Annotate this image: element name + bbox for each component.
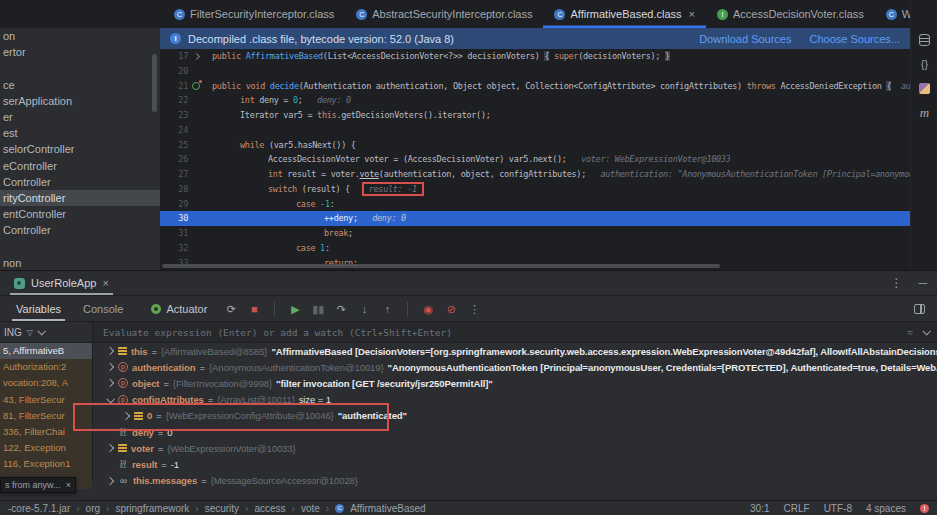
line-number[interactable]: 21 — [178, 79, 188, 94]
frames-filter-popup[interactable]: s from anyw... × — [0, 477, 76, 493]
frame-row[interactable]: 122, Exception — [0, 440, 92, 456]
close-icon[interactable]: × — [102, 277, 108, 289]
line-number[interactable]: 30 — [178, 211, 188, 226]
editor-line[interactable]: 22int deny = 0; deny: 0 — [160, 93, 910, 108]
editor-line[interactable]: 28switch (result) { result: -1 — [160, 182, 910, 197]
line-number[interactable]: 24 — [178, 123, 188, 138]
maven-icon[interactable]: m — [920, 107, 929, 118]
code-line[interactable]: int deny = 0; deny: 0 — [206, 93, 351, 108]
editor-line[interactable]: 25while (var5.hasNext()) { — [160, 138, 910, 153]
debug-more-icon[interactable]: ⋮ — [890, 276, 902, 290]
project-tree-item[interactable]: selorController — [0, 141, 160, 157]
code-line[interactable]: case -1: — [206, 197, 335, 212]
code-line[interactable]: Iterator var5 = this.getDecisionVoters()… — [206, 108, 491, 123]
run-config-tab[interactable]: UserRoleApp × — [10, 271, 113, 295]
gutter[interactable]: 22 — [160, 93, 206, 108]
line-number[interactable]: 20 — [178, 64, 188, 79]
error-indicator-icon[interactable]: ! — [920, 504, 929, 513]
code-line[interactable]: while (var5.hasNext()) { — [206, 138, 356, 153]
project-tree-item[interactable]: on — [0, 28, 160, 44]
project-tree-item[interactable] — [0, 238, 160, 254]
mute-breakpoints-icon[interactable]: ⊘ — [443, 301, 459, 317]
breadcrumb-item[interactable]: vote — [301, 503, 320, 514]
editor-line[interactable]: 31break; — [160, 226, 910, 241]
gradle-package-icon[interactable] — [919, 83, 930, 94]
resume-icon[interactable]: ▶ — [287, 301, 303, 317]
actuator-tab[interactable]: Actuator — [151, 303, 207, 315]
variable-row-authentication[interactable]: pauthentication={AnonymousAuthentication… — [93, 359, 937, 375]
close-icon[interactable]: × — [66, 480, 71, 490]
code-line[interactable]: public AffirmativeBased(List<AccessDecis… — [206, 49, 670, 64]
project-tree-item[interactable]: entController — [0, 206, 160, 222]
editor-line[interactable]: 30++deny; deny: 0 — [160, 211, 910, 226]
tab-variables[interactable]: Variables — [12, 296, 65, 321]
project-tree-item[interactable]: rityController — [0, 190, 160, 206]
code-editor[interactable]: 17public AffirmativeBased(List<AccessDec… — [160, 49, 910, 270]
tab-affirmativebased-class[interactable]: CAffirmativeBased.class× — [543, 0, 706, 28]
project-tree-item[interactable]: Controller — [0, 222, 160, 238]
variable-row-this-messages[interactable]: ∞this.messages={MessageSourceAccessor@10… — [93, 473, 937, 489]
more-icon[interactable]: ⋮ — [466, 301, 482, 317]
frames-header[interactable]: ING ▽ — [0, 322, 92, 343]
editor-line[interactable]: 23Iterator var5 = this.getDecisionVoters… — [160, 108, 910, 123]
bean-braces-icon[interactable]: {} — [921, 59, 928, 70]
line-number[interactable]: 27 — [178, 167, 188, 182]
evaluate-bar[interactable]: ≈ — [93, 322, 937, 343]
breadcrumb-item[interactable]: security — [205, 503, 239, 514]
gutter[interactable]: 30 — [160, 211, 206, 226]
editor-line[interactable]: 29case -1: — [160, 197, 910, 212]
tab-console[interactable]: Console — [79, 296, 127, 321]
hide-panel-icon[interactable]: ─ — [918, 276, 927, 290]
editor-line[interactable]: 20 — [160, 64, 910, 79]
indent-size[interactable]: 4 spaces — [866, 503, 906, 514]
code-line[interactable]: int result = voter.vote(authentication, … — [206, 167, 910, 182]
expand-chevron-icon[interactable] — [106, 380, 114, 386]
tab-abstractsecurityinterceptor-class[interactable]: CAbstractSecurityInterceptor.class — [345, 0, 543, 28]
editor-horizontal-scrollbar[interactable] — [162, 264, 720, 268]
expand-chevron-icon[interactable] — [106, 364, 114, 370]
gutter[interactable]: 24 — [160, 123, 206, 138]
line-number[interactable]: 23 — [178, 108, 188, 123]
gutter[interactable]: 29 — [160, 197, 206, 212]
gutter[interactable]: 28 — [160, 182, 206, 197]
download-sources-link[interactable]: Download Sources — [699, 33, 791, 45]
stop-icon[interactable]: ■ — [246, 301, 262, 317]
view-breakpoints-icon[interactable]: ◉ — [420, 301, 436, 317]
project-tree-item[interactable]: non — [0, 255, 160, 270]
line-ending[interactable]: CRLF — [784, 503, 810, 514]
editor-line[interactable]: 21public void decide(Authentication auth… — [160, 79, 910, 94]
breadcrumb-item[interactable]: springframework — [115, 503, 189, 514]
database-icon[interactable] — [919, 34, 930, 46]
variable-row-deny[interactable]: 1001deny=0 — [93, 424, 937, 440]
expand-chevron-icon[interactable] — [122, 413, 130, 419]
fold-icon[interactable] — [191, 51, 201, 61]
project-tree-item[interactable]: Controller — [0, 174, 160, 190]
editor-line[interactable]: 17public AffirmativeBased(List<AccessDec… — [160, 49, 910, 64]
variable-row-object[interactable]: pobject={FilterInvocation@9998}"filter i… — [93, 375, 937, 391]
line-number[interactable]: 17 — [178, 49, 188, 64]
chevron-down-icon[interactable] — [37, 327, 45, 335]
gutter[interactable]: 17 — [160, 49, 206, 64]
line-number[interactable]: 28 — [178, 182, 188, 197]
frame-row[interactable]: 116, Exception1 — [0, 456, 92, 472]
code-line[interactable]: break; — [206, 226, 353, 241]
editor-line[interactable]: 32case 1: — [160, 241, 910, 256]
code-line[interactable] — [206, 64, 212, 79]
variable-row-0[interactable]: 0={WebExpressionConfigAttribute@10046}"a… — [93, 408, 937, 424]
line-number[interactable]: 31 — [178, 226, 188, 241]
editor-line[interactable]: 26AccessDecisionVoter voter = (AccessDec… — [160, 152, 910, 167]
encoding[interactable]: UTF-8 — [824, 503, 852, 514]
line-number[interactable]: 29 — [178, 197, 188, 212]
code-line[interactable]: public void decide(Authentication authen… — [206, 79, 910, 94]
frame-row[interactable]: 81, FilterSecur — [0, 408, 92, 424]
project-tree-item[interactable]: serApplication — [0, 93, 160, 109]
expand-chevron-icon[interactable] — [106, 348, 114, 354]
gutter[interactable]: 26 — [160, 152, 206, 167]
project-tree-item[interactable] — [0, 60, 160, 76]
layout-settings-icon[interactable] — [914, 304, 925, 314]
variable-row-result[interactable]: 1001result=-1 — [93, 456, 937, 472]
breadcrumb-item[interactable]: org — [86, 503, 100, 514]
breadcrumb-item[interactable]: AffirmativeBased — [350, 503, 425, 514]
breadcrumb-item[interactable]: access — [254, 503, 285, 514]
project-tree-item[interactable]: est — [0, 125, 160, 141]
